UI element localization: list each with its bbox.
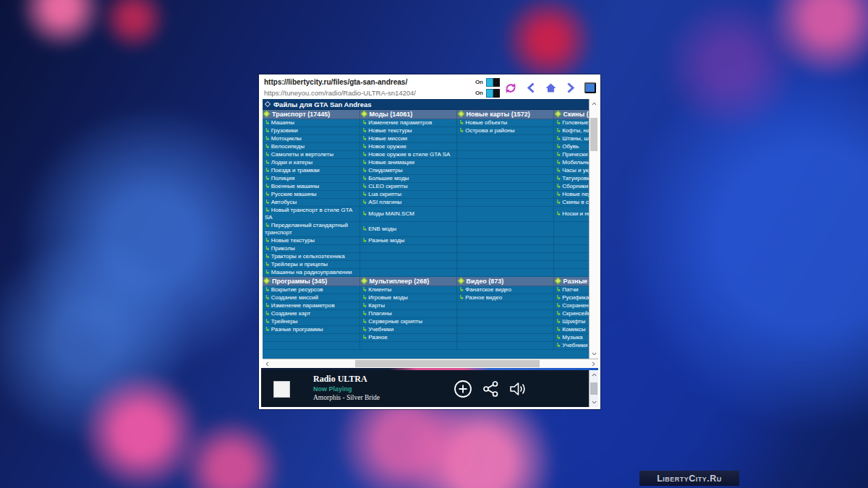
category-link[interactable]: ↳Кофты, най	[553, 127, 589, 135]
scroll-up-icon[interactable]	[590, 99, 598, 108]
scroll-up-icon[interactable]	[590, 370, 598, 380]
url-tuneyou[interactable]: https://tuneyou.com/radio/Radio-ULTRA-sn…	[264, 89, 472, 97]
scroll-right-icon[interactable]	[589, 359, 598, 368]
section-header[interactable]: Моды (14061)	[359, 110, 456, 119]
category-link[interactable]: ↳Татуировки	[553, 175, 589, 183]
category-link[interactable]: ↳ENB моды	[359, 222, 456, 237]
category-link[interactable]: ↳Музыка	[553, 334, 589, 342]
share-icon[interactable]	[482, 380, 500, 398]
category-link[interactable]: ↳Разные программы	[263, 326, 359, 334]
section-header[interactable]: Видео (873)	[456, 277, 553, 286]
category-link[interactable]: ↳Самолеты и вертолеты	[263, 151, 359, 159]
category-link[interactable]: ↳Военные машины	[263, 183, 359, 191]
category-link[interactable]: ↳Новое оружие	[359, 143, 456, 151]
scroll-down-icon[interactable]	[590, 349, 598, 359]
category-link[interactable]: ↳Lua скрипты	[359, 191, 456, 199]
category-link[interactable]: ↳Тракторы и сельхозтехника	[263, 253, 359, 261]
category-link[interactable]: ↳Патчи	[553, 286, 589, 294]
section-header[interactable]: Мультиплеер (268)	[359, 277, 456, 286]
category-link[interactable]: ↳Носки и них	[553, 207, 589, 222]
speaker-icon[interactable]	[509, 380, 527, 398]
category-link[interactable]: ↳Создание карт	[263, 310, 359, 318]
category-link[interactable]: ↳Новые текстуры	[263, 237, 359, 245]
category-link[interactable]: ↳Серверные скрипты	[359, 318, 456, 326]
category-link[interactable]: ↳Скринсейве	[553, 310, 589, 318]
category-link[interactable]: ↳Грузовики	[263, 127, 359, 135]
category-link[interactable]: ↳Спидометры	[359, 167, 456, 175]
category-link[interactable]: ↳Разное видео	[456, 294, 553, 302]
category-link[interactable]: ↳Новое оружие в стиле GTA SA	[359, 151, 456, 159]
category-link[interactable]: ↳Часы и укра	[553, 167, 589, 175]
category-link[interactable]: ↳Большие моды	[359, 175, 456, 183]
category-link[interactable]: ↳Поезда и трамваи	[263, 167, 359, 175]
category-link[interactable]: ↳Сохранения	[553, 302, 589, 310]
category-link[interactable]: ↳Острова и районы	[456, 127, 553, 135]
category-link[interactable]: ↳Разные моды	[359, 237, 456, 245]
category-link[interactable]: ↳Переделанный стандартный транспорт	[263, 222, 359, 237]
category-link[interactable]: ↳Шрифты	[553, 318, 589, 326]
section-header[interactable]: Транспорт (17445)	[263, 110, 359, 119]
category-link[interactable]: ↳Новые объекты	[456, 119, 553, 127]
category-link[interactable]: ↳Полиция	[263, 175, 359, 183]
category-link[interactable]: ↳Мобильные	[553, 159, 589, 167]
category-link[interactable]: ↳Новые текстуры	[359, 127, 456, 135]
category-link[interactable]: ↳Новые перс	[553, 191, 589, 199]
category-link[interactable]: ↳Велосипеды	[263, 143, 359, 151]
player-scroll-thumb[interactable]	[590, 382, 597, 395]
category-link[interactable]: ↳Новые анимации	[359, 159, 456, 167]
category-link[interactable]: ↳Штаны, шор	[553, 135, 589, 143]
category-link[interactable]: ↳Обувь	[553, 143, 589, 151]
scroll-down-icon[interactable]	[590, 398, 598, 407]
category-link[interactable]: ↳Учебники	[553, 342, 589, 350]
category-link[interactable]: ↳Скины в сти	[553, 199, 589, 207]
category-link[interactable]: ↳ASI плагины	[359, 199, 456, 207]
vertical-scroll-thumb[interactable]	[590, 118, 597, 151]
category-link[interactable]: ↳Клиенты	[359, 286, 456, 294]
category-link[interactable]: ↳Головные у	[553, 119, 589, 127]
subcategory-arrow-icon: ↳	[556, 167, 561, 174]
category-link[interactable]: ↳Моды MAIN.SCM	[359, 207, 456, 222]
category-link[interactable]: ↳Игровые моды	[359, 294, 456, 302]
category-link[interactable]: ↳Машины на радиоуправлении	[263, 269, 359, 277]
category-link[interactable]: ↳Создание миссий	[263, 294, 359, 302]
category-link[interactable]: ↳Мотоциклы	[263, 135, 359, 143]
close-icon[interactable]	[584, 82, 596, 93]
url-toggle-1[interactable]	[486, 78, 501, 87]
section-header[interactable]: Программы (345)	[263, 277, 359, 286]
category-link[interactable]: ↳Плагины	[359, 310, 456, 318]
circle-plus-icon[interactable]	[454, 380, 472, 398]
category-link[interactable]: ↳Прически и	[553, 151, 589, 159]
category-link[interactable]: ↳Вскрытие ресурсов	[263, 286, 359, 294]
section-header[interactable]: Скины (73	[553, 110, 589, 119]
refresh-icon[interactable]	[504, 82, 517, 94]
home-icon[interactable]	[545, 82, 557, 93]
category-link[interactable]: ↳Русские машины	[263, 191, 359, 199]
back-icon[interactable]	[527, 82, 535, 93]
category-link[interactable]: ↳Сборники с	[553, 183, 589, 191]
category-link[interactable]: ↳Карты	[359, 302, 456, 310]
url-toggle-2[interactable]	[486, 89, 501, 98]
forward-icon[interactable]	[566, 82, 575, 93]
url-libertycity[interactable]: https://libertycity.ru/files/gta-san-and…	[264, 78, 472, 86]
category-link[interactable]: ↳Комиксы	[553, 326, 589, 334]
category-link[interactable]: ↳Разное	[359, 334, 456, 342]
category-link[interactable]: ↳Приколы	[263, 245, 359, 253]
scroll-left-icon[interactable]	[263, 359, 272, 368]
category-link[interactable]: ↳Новый транспорт в стиле GTA SA	[263, 207, 359, 222]
category-link[interactable]: ↳Трейлеры и прицепы	[263, 261, 359, 269]
category-link[interactable]: ↳Фанатское видео	[456, 286, 553, 294]
category-link[interactable]: ↳Новые миссии	[359, 135, 456, 143]
category-link[interactable]: ↳Автобусы	[263, 199, 359, 207]
category-link[interactable]: ↳CLEO скрипты	[359, 183, 456, 191]
category-link[interactable]: ↳Учебники	[359, 326, 456, 334]
section-header[interactable]: Разные фа	[553, 277, 589, 286]
category-link[interactable]: ↳Лодки и катеры	[263, 159, 359, 167]
section-header[interactable]: Новые карты (1572)	[456, 110, 553, 119]
category-link[interactable]: ↳Трейнеры	[263, 318, 359, 326]
horizontal-scroll-thumb[interactable]	[355, 360, 540, 367]
stop-icon[interactable]	[273, 381, 290, 398]
category-link[interactable]: ↳Машины	[263, 119, 359, 127]
category-link[interactable]: ↳Русификато	[553, 294, 589, 302]
category-link[interactable]: ↳Изменение параметров	[263, 302, 359, 310]
category-link[interactable]: ↳Изменение параметров	[359, 119, 456, 127]
